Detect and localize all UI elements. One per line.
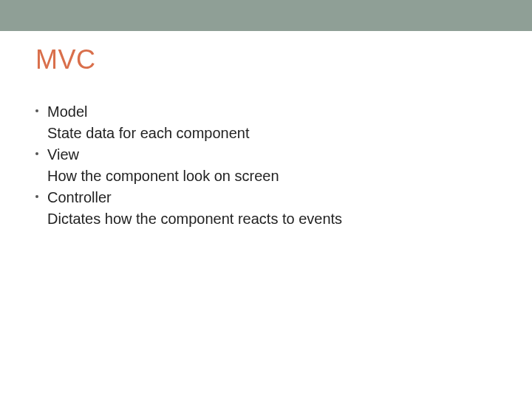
item-desc: Dictates how the component reacts to eve…	[40, 209, 497, 229]
item-desc: How the component look on screen	[40, 166, 497, 186]
bullet-icon	[35, 195, 38, 198]
top-bar	[0, 0, 532, 31]
list-item: Controller	[40, 188, 497, 208]
item-desc: State data for each component	[40, 123, 497, 143]
bullet-icon	[35, 109, 38, 112]
slide-content: MVC Model State data for each component …	[0, 31, 532, 229]
list-item: View	[40, 145, 497, 165]
bullet-list: Model State data for each component View…	[35, 102, 497, 229]
item-label: View	[47, 145, 497, 165]
list-item: Model	[40, 102, 497, 122]
bullet-icon	[35, 152, 38, 155]
item-label: Controller	[47, 188, 497, 208]
slide-title: MVC	[35, 44, 497, 75]
item-label: Model	[47, 102, 497, 122]
